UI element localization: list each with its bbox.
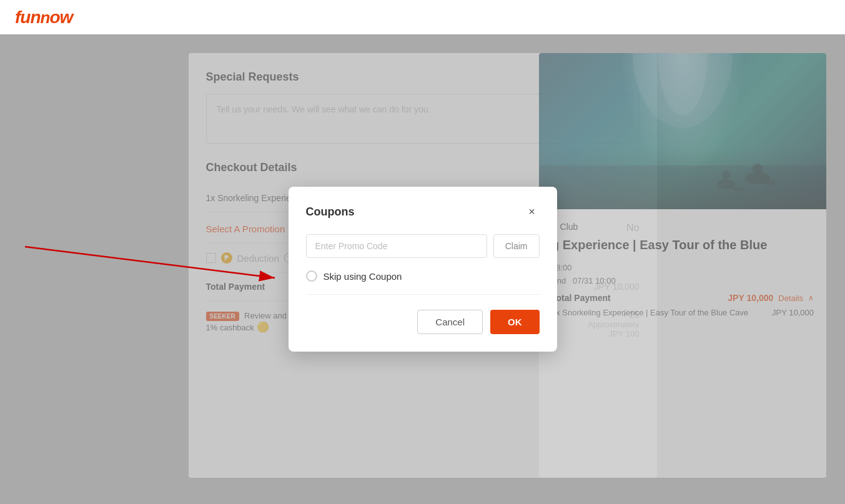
modal-header: Coupons × xyxy=(306,204,540,219)
claim-button[interactable]: Claim xyxy=(493,234,540,258)
promo-input-row: Claim xyxy=(306,234,540,258)
modal-close-button[interactable]: × xyxy=(525,204,540,219)
page-background: Special Requests Tell us your needs. We … xyxy=(0,34,845,504)
logo: funnow xyxy=(15,7,72,27)
skip-coupon-row: Skip using Coupon xyxy=(306,270,540,295)
modal-title: Coupons xyxy=(306,205,355,219)
skip-coupon-label: Skip using Coupon xyxy=(324,271,402,282)
coupons-modal: Coupons × Claim Skip using Coupon Cancel… xyxy=(289,187,557,352)
header: funnow xyxy=(0,0,845,34)
modal-overlay: Coupons × Claim Skip using Coupon Cancel… xyxy=(0,34,845,504)
ok-button[interactable]: OK xyxy=(490,310,540,334)
cancel-button[interactable]: Cancel xyxy=(417,310,483,334)
modal-footer: Cancel OK xyxy=(306,310,540,334)
skip-coupon-radio[interactable] xyxy=(306,270,317,282)
promo-code-input[interactable] xyxy=(306,234,487,258)
